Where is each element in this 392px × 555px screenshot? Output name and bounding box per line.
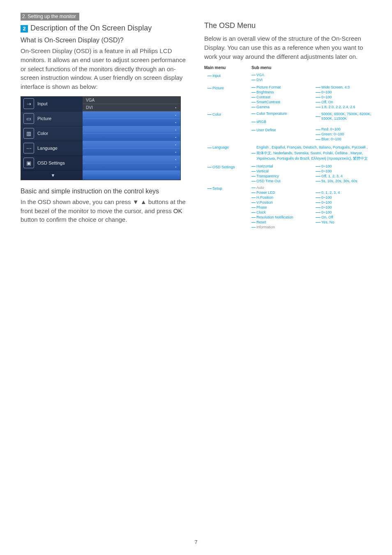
tree-val: 5s, 10s, 20s, 30s, 60s: [321, 179, 371, 183]
tree-val: 0~100: [321, 95, 371, 100]
paragraph-osd-menu: Below is an overall view of the structur…: [204, 34, 371, 61]
section-number: 2: [21, 25, 28, 33]
page-title: 2Description of the On Screen Display: [21, 24, 188, 33]
tree-contrast: Contrast: [256, 95, 313, 100]
tree-input: Input: [212, 73, 251, 78]
tree-val: Red: 0~100: [321, 127, 371, 132]
tree-dvi: DVI: [256, 77, 313, 82]
osd-sub-dvi: DVI•: [83, 104, 180, 111]
paragraph-osd-desc: On-Screen Display (OSD) is a feature in …: [21, 46, 188, 91]
tree-smartcontrast: SmartContrast: [256, 100, 313, 104]
settings-icon: ▣: [23, 158, 34, 168]
tree-language-list: English , Español, Français, Deutsch, It…: [256, 144, 371, 163]
tree-val: Off, 1, 2, 3, 4: [321, 174, 371, 179]
tree-information: Information: [256, 225, 313, 230]
tree-setup: Setup: [212, 186, 251, 191]
tree-brightness: Brightness: [256, 90, 313, 95]
osd-label: Color: [37, 131, 48, 136]
input-icon: ⇢: [23, 98, 34, 109]
tree-user-define: User Define: [256, 128, 313, 132]
tree-clock: Clock: [256, 210, 313, 215]
osd-tree: Main menu Sub menu Input VGA DVI Picture…: [204, 66, 371, 230]
osd-item-settings: ▣ OSD Settings: [21, 156, 83, 171]
tree-transparency: Transparency: [256, 174, 313, 179]
osd-label: Input: [37, 101, 47, 106]
tree-picture: Picture: [212, 86, 251, 91]
heading-osd-what: What is On-Screen Display (OSD)?: [21, 37, 188, 44]
tree-header-main: Main menu: [204, 66, 251, 70]
tree-color-temp: Color Temperature: [256, 111, 313, 116]
section-tag: 2. Setting up the monitor: [21, 13, 79, 21]
tree-power-led: Power LED: [256, 190, 313, 195]
tree-val: Wide Screen, 4:3: [321, 85, 371, 90]
tree-val: 0, 1, 2, 3, 4: [321, 190, 371, 195]
osd-label: Language: [37, 146, 58, 151]
color-icon: ▥: [23, 128, 34, 139]
tree-gamma: Gamma: [256, 104, 313, 109]
osd-label: OSD Settings: [37, 160, 65, 165]
tree-val: 0~100: [321, 200, 371, 205]
osd-item-picture: ▭ Picture: [21, 111, 83, 126]
tree-vga: VGA: [256, 72, 313, 77]
picture-icon: ▭: [23, 113, 34, 124]
osd-preview: ⇢ Input VGA DVI• ▭ Picture •• ▥ Color: [21, 96, 181, 180]
tree-phase: Phase: [256, 205, 313, 210]
tree-val: 0~100: [321, 169, 371, 174]
page-number: 7: [0, 539, 392, 545]
tree-srgb: sRGB: [256, 119, 313, 124]
tree-horizontal: Horizontal: [256, 164, 313, 169]
tree-reset: Reset: [256, 220, 313, 225]
paragraph-controls: In the OSD shown above, you can press ▼ …: [21, 197, 188, 224]
tree-val: 0~100: [321, 164, 371, 169]
osd-item-input: ⇢ Input: [21, 97, 83, 111]
osd-item-color: ▥ Color: [21, 126, 83, 141]
heading-osd-menu: The OSD Menu: [204, 21, 371, 30]
tree-val: Blue: 0~100: [321, 137, 371, 142]
tree-language: Language: [212, 145, 251, 150]
tree-header-sub: Sub menu: [251, 66, 271, 70]
tree-color: Color: [212, 112, 251, 117]
tree-auto: Auto: [256, 185, 313, 190]
tree-val: 0~100: [321, 205, 371, 210]
tree-vertical: Vertical: [256, 169, 313, 174]
tree-vposition: V.Position: [256, 200, 313, 205]
heading-controls: Basic and simple instruction on the cont…: [21, 188, 188, 195]
tree-val: 0~100: [321, 90, 371, 95]
tree-resolution-notif: Resolution Notification: [256, 215, 313, 220]
tree-val: 0~100: [321, 210, 371, 215]
osd-label: Picture: [37, 116, 51, 121]
tree-val: 0~100: [321, 195, 371, 200]
tree-val: 5000K, 6500K, 7500K, 8200K, 9300K, 11500…: [321, 111, 371, 122]
tree-val: 1.8, 2.0, 2.2, 2.4, 2.6: [321, 104, 371, 109]
tree-val: Yes, No: [321, 220, 371, 225]
tree-osd-settings: OSD Settings: [212, 165, 251, 170]
osd-item-language: ⋯ Language: [21, 141, 83, 156]
tree-val: Green: 0~100: [321, 132, 371, 137]
tree-hposition: H.Position: [256, 195, 313, 200]
title-text: Description of the On Screen Display: [30, 24, 152, 32]
tree-osd-timeout: OSD Time Out: [256, 179, 313, 183]
tree-val: Off, On: [321, 100, 371, 104]
tree-picture-format: Picture Format: [256, 85, 313, 90]
osd-sub-vga: VGA: [83, 97, 180, 104]
language-icon: ⋯: [23, 143, 34, 153]
tree-val: On, Off: [321, 215, 371, 220]
arrow-down-icon: ▼: [51, 173, 55, 178]
